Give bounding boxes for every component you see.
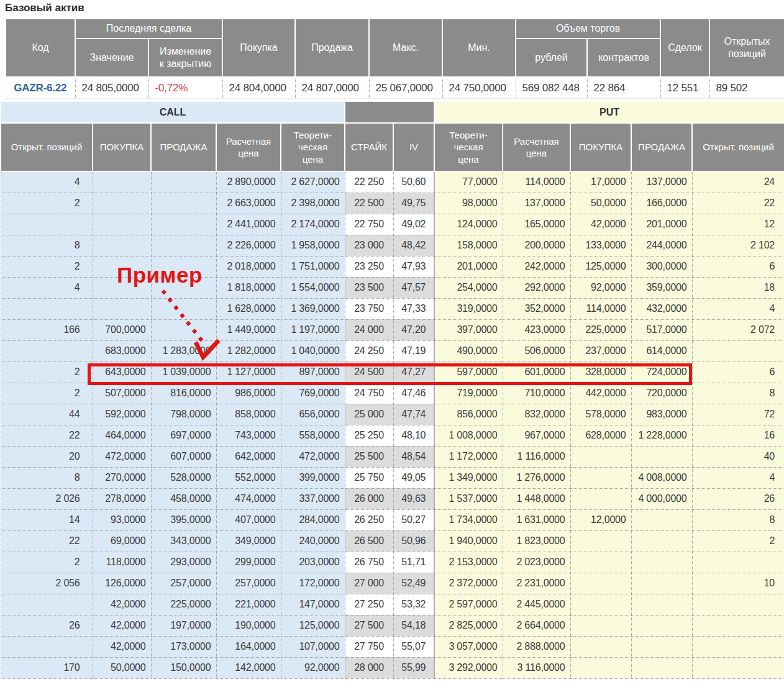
options-tbody: 42 890,00002 627,000022 25050,6077,00001… [1, 171, 784, 678]
call-bid-cell [93, 298, 151, 319]
put-theor-cell: 490,0000 [434, 340, 503, 361]
put-bid-cell: 12,0000 [570, 509, 631, 530]
put-settle-cell: 137,0000 [503, 193, 570, 214]
instrument-code-link[interactable]: GAZR-6.22 [6, 77, 75, 99]
call-oi-cell: 2 [1, 361, 93, 383]
options-row: 20472,0000607,0000642,0000472,000025 500… [1, 446, 784, 467]
call-bid-cell [93, 171, 151, 193]
put-settle-cell: 2 888,0000 [503, 636, 570, 657]
call-ask-cell: 197,0000 [151, 615, 216, 636]
call-settle-cell: 743,0000 [216, 425, 281, 446]
call-theor-cell: 656,0000 [281, 404, 345, 425]
call-settle-cell: 2 663,0000 [216, 193, 281, 214]
call-theor-cell: 399,0000 [281, 467, 345, 488]
call-bid-cell [93, 235, 151, 256]
call-settle-cell: 407,0000 [216, 509, 281, 530]
put-bid-cell: 442,0000 [570, 383, 631, 404]
strike-cell: 28 000 [345, 657, 393, 678]
put-theor-cell: 856,0000 [434, 404, 503, 425]
options-row: 42,0000173,0000164,0000107,000027 75055,… [1, 636, 784, 657]
put-oi-cell: 16 [692, 425, 784, 446]
put-ask-cell: 300,0000 [631, 256, 692, 277]
strike-cell: 27 000 [345, 573, 393, 594]
header-volume: Объем торгов [516, 19, 660, 39]
call-bid-cell: 50,0000 [93, 657, 151, 678]
call-oi-cell: 2 026 [1, 488, 93, 509]
call-bid-cell: 507,0000 [93, 383, 151, 404]
iv-cell: 55,07 [393, 636, 434, 657]
strike-cell: 25 250 [345, 425, 393, 446]
put-settle-price-header: Расчетная цена [503, 123, 570, 171]
last-value-cell: 24 805,0000 [75, 77, 148, 99]
call-oi-cell [1, 214, 93, 235]
call-theor-cell: 240,0000 [281, 530, 345, 552]
put-ask-cell: 359,0000 [631, 277, 692, 298]
strike-cell: 23 250 [345, 256, 393, 277]
call-settle-cell: 858,0000 [216, 404, 281, 425]
call-oi-cell: 170 [1, 657, 93, 678]
call-settle-cell: 142,0000 [216, 657, 281, 678]
call-oi-cell [1, 340, 93, 361]
call-ask-cell [151, 214, 216, 235]
put-theor-cell: 319,0000 [434, 298, 503, 319]
iv-cell: 53,32 [393, 594, 434, 615]
options-header-row: Открыт. позиций ПОКУПКА ПРОДАЖА Расчетна… [1, 123, 784, 171]
put-oi-header: Открыт. позиций [692, 123, 784, 171]
put-bid-cell: 50,0000 [570, 193, 631, 214]
strike-cell: 26 500 [345, 530, 393, 552]
put-ask-cell: 4 000,0000 [631, 488, 692, 509]
put-oi-cell: 10 [692, 573, 784, 594]
put-theor-cell: 2 372,0000 [434, 573, 503, 594]
iv-cell: 50,27 [393, 509, 434, 530]
call-theor-cell: 107,0000 [281, 636, 345, 657]
call-theor-cell: 2 174,0000 [281, 214, 345, 235]
call-settle-cell: 2 890,0000 [216, 171, 281, 193]
put-bid-cell: 133,0000 [570, 235, 631, 256]
call-theor-cell: 1 554,0000 [281, 277, 345, 298]
put-oi-cell [692, 594, 784, 615]
call-oi-cell: 2 056 [1, 573, 93, 594]
call-theor-cell: 1 369,0000 [281, 298, 345, 319]
put-ask-cell [631, 636, 692, 657]
call-settle-cell: 299,0000 [216, 552, 281, 573]
call-theor-cell: 1 958,0000 [281, 235, 345, 256]
put-settle-cell: 1 448,0000 [503, 488, 570, 509]
put-ask-cell [631, 594, 692, 615]
put-theor-cell: 98,0000 [434, 193, 503, 214]
call-section-label: CALL [1, 101, 345, 123]
highlight-rectangle [88, 363, 692, 385]
put-settle-cell: 2 664,0000 [503, 615, 570, 636]
put-bid-cell: 225,0000 [570, 319, 631, 340]
strike-cell: 23 500 [345, 277, 393, 298]
strike-header: СТРАЙК [345, 123, 393, 171]
call-oi-cell: 22 [1, 425, 93, 446]
put-theor-cell: 1 349,0000 [434, 467, 503, 488]
call-ask-cell: 697,0000 [151, 425, 216, 446]
put-theor-cell: 124,0000 [434, 214, 503, 235]
header-ask: Продажа [295, 19, 369, 77]
put-settle-cell: 710,0000 [503, 383, 570, 404]
put-ask-cell: 432,0000 [631, 298, 692, 319]
options-row: 1 628,00001 369,000023 75047,33319,00003… [1, 298, 784, 319]
call-ask-cell [151, 235, 216, 256]
strike-cell: 24 000 [345, 319, 393, 340]
iv-header: IV [393, 123, 434, 171]
put-theor-cell: 3 292,0000 [434, 657, 503, 678]
put-oi-cell: 6 [692, 361, 784, 383]
put-theor-cell: 158,0000 [434, 235, 503, 256]
strike-cell: 27 500 [345, 615, 393, 636]
iv-cell: 50,60 [393, 171, 434, 193]
call-oi-cell [1, 298, 93, 319]
options-row: 22 663,00002 398,000022 50049,7598,00001… [1, 193, 784, 214]
put-section-label: PUT [434, 101, 784, 123]
options-row: 2 441,00002 174,000022 75049,02124,00001… [1, 214, 784, 235]
put-theor-cell: 719,0000 [434, 383, 503, 404]
underlying-header: Код Последняя сделка Покупка Продажа Мак… [6, 19, 784, 77]
header-code: Код [6, 19, 75, 77]
call-oi-cell: 44 [1, 404, 93, 425]
call-settle-cell: 642,0000 [216, 446, 281, 467]
call-oi-cell: 20 [1, 446, 93, 467]
options-row: 17050,0000150,0000142,000092,000028 0005… [1, 657, 784, 678]
call-settle-cell: 164,0000 [216, 636, 281, 657]
call-theor-cell: 2 398,0000 [281, 193, 345, 214]
